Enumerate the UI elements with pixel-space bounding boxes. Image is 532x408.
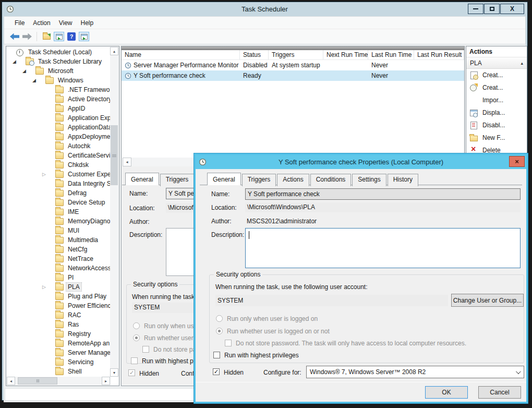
scroll-left-icon[interactable]: ◂ <box>7 377 15 385</box>
dialog-close-button[interactable]: × <box>509 156 525 167</box>
action-item[interactable]: Displa... <box>466 106 527 119</box>
tree-item[interactable]: Chkdsk <box>6 160 110 170</box>
scroll-up-icon[interactable]: ▴ <box>110 47 118 55</box>
radio-run-logged-on[interactable] <box>216 315 223 322</box>
action-item[interactable]: Disabl... <box>466 119 527 131</box>
column-header[interactable]: Last Run Time <box>368 50 414 59</box>
column-header[interactable]: Name <box>122 50 240 59</box>
tree-item[interactable]: NetworkAccess <box>6 263 110 273</box>
tree-item[interactable]: PI <box>6 273 110 282</box>
dialog-title-bar[interactable]: Y Soft performance check Properties (Loc… <box>196 155 526 169</box>
scroll-right-icon[interactable]: ▸ <box>102 377 110 385</box>
task-row[interactable]: Y Soft performance check Ready Never <box>122 70 464 81</box>
expander-icon[interactable] <box>13 59 26 64</box>
title-bar[interactable]: Task Scheduler X <box>2 2 527 16</box>
back-icon[interactable] <box>10 33 19 40</box>
action-item[interactable]: Creat... <box>466 81 527 94</box>
dialog-tab[interactable]: General <box>207 173 241 185</box>
action-item[interactable]: Creat... <box>466 69 527 81</box>
tree-item[interactable]: RemoteApp an <box>6 339 110 348</box>
tree-vertical-scrollbar[interactable]: ▴ ▾ <box>110 47 118 377</box>
tree-item[interactable]: Plug and Play <box>6 292 110 301</box>
dialog-tab[interactable]: Actions <box>277 174 309 186</box>
tree-item[interactable]: NetTrace <box>6 254 110 263</box>
tree-item[interactable]: IME <box>6 207 110 217</box>
preview-tab[interactable]: Triggers <box>160 174 195 186</box>
menu-item[interactable]: Help <box>77 17 98 29</box>
expander-icon[interactable] <box>32 78 45 83</box>
tree-item[interactable]: Server Manage <box>6 348 110 357</box>
action-item[interactable]: Impor... <box>466 94 527 106</box>
show-hide-console-tree-icon[interactable] <box>54 32 64 41</box>
tree-item[interactable]: MUI <box>6 226 110 235</box>
tree-item[interactable]: Data Integrity S <box>6 179 110 188</box>
tree-item[interactable]: Registry <box>6 329 110 339</box>
column-header[interactable]: Last Run Result <box>414 50 464 59</box>
tree-item[interactable]: AppxDeployme <box>6 132 110 141</box>
tree-item[interactable]: ApplicationData <box>6 123 110 132</box>
configure-for-select[interactable]: Windows® 7, Windows Server™ 2008 R2 <box>306 366 524 378</box>
preview-hidden-checkbox[interactable] <box>128 369 135 376</box>
minimize-button[interactable] <box>468 4 483 14</box>
tree-item[interactable]: Task Scheduler Library <box>6 57 110 66</box>
action-item[interactable]: New F... <box>466 131 527 144</box>
expander-icon[interactable] <box>22 68 35 74</box>
forward-icon[interactable] <box>22 33 32 40</box>
change-user-button[interactable]: Change User or Group... <box>451 294 524 307</box>
tree-item[interactable]: Ras <box>6 320 110 329</box>
tree-item[interactable]: AppID <box>6 104 110 113</box>
tree-item[interactable]: Power Efficienc <box>6 301 110 310</box>
preview-radio-not-logged-on[interactable] <box>133 334 140 341</box>
ok-button[interactable]: OK <box>425 386 468 399</box>
tree-item[interactable]: NetCfg <box>6 245 110 254</box>
tree-item[interactable]: Shell <box>6 367 110 376</box>
dialog-tab[interactable]: Settings <box>352 174 386 186</box>
tree-item[interactable]: CertificateServic <box>6 151 110 160</box>
menu-item[interactable]: Action <box>29 17 54 29</box>
hidden-checkbox[interactable] <box>213 368 220 375</box>
preview-radio-logged-on[interactable] <box>133 322 140 329</box>
tree-item[interactable]: Active Directory <box>6 94 110 104</box>
preview-highest-privileges-checkbox[interactable] <box>131 357 138 364</box>
tree-item[interactable]: Defrag <box>6 188 110 198</box>
dialog-tab[interactable]: Conditions <box>310 174 352 186</box>
scroll-left-icon[interactable]: ◂ <box>123 158 131 166</box>
preview-tab[interactable]: General <box>125 173 159 185</box>
show-hide-action-pane-icon[interactable] <box>79 32 89 41</box>
highest-privileges-checkbox[interactable] <box>213 352 220 358</box>
tree-item[interactable]: Application Exp <box>6 113 110 123</box>
tree-item[interactable]: Multimedia <box>6 235 110 245</box>
tree-item[interactable]: Windows <box>6 76 110 85</box>
menu-item[interactable]: View <box>55 17 77 29</box>
column-header[interactable]: Status <box>240 50 269 59</box>
tree-item[interactable]: PLA <box>6 282 110 292</box>
maximize-button[interactable] <box>484 4 500 14</box>
preview-no-password-checkbox[interactable] <box>142 346 149 353</box>
export-icon[interactable] <box>41 32 52 41</box>
no-password-checkbox[interactable] <box>225 340 232 346</box>
expander-icon[interactable] <box>42 284 55 290</box>
tree-item[interactable]: Task Scheduler (Local) <box>6 47 110 57</box>
tree-item[interactable]: RAC <box>6 310 110 320</box>
tree-item[interactable]: .NET Framewor <box>6 85 110 94</box>
collapse-icon[interactable]: ▴ <box>521 61 523 66</box>
dialog-tab[interactable]: Triggers <box>242 174 276 186</box>
scroll-down-icon[interactable]: ▾ <box>110 368 118 377</box>
actions-group-header[interactable]: PLA ▴ <box>466 57 527 69</box>
menu-item[interactable]: File <box>10 17 29 29</box>
column-header[interactable]: Triggers <box>269 50 323 59</box>
tree-item[interactable]: MemoryDiagno <box>6 217 110 226</box>
dialog-tab[interactable]: History <box>388 174 418 186</box>
description-field[interactable] <box>245 228 521 268</box>
radio-run-not-logged-on[interactable] <box>216 328 223 334</box>
help-icon[interactable]: ? <box>66 32 77 41</box>
close-button[interactable]: X <box>500 4 524 14</box>
cancel-button[interactable]: Cancel <box>478 386 521 399</box>
tree-hscroll-thumb[interactable] <box>18 377 57 385</box>
tree-item[interactable]: Device Setup <box>6 198 110 207</box>
tree-item[interactable]: Customer Exper <box>6 170 110 179</box>
tree-item[interactable]: Autochk <box>6 141 110 151</box>
task-row[interactable]: Server Manager Performance Monitor Disab… <box>122 60 464 70</box>
tree-item[interactable]: Servicing <box>6 357 110 367</box>
expander-icon[interactable] <box>42 172 55 177</box>
